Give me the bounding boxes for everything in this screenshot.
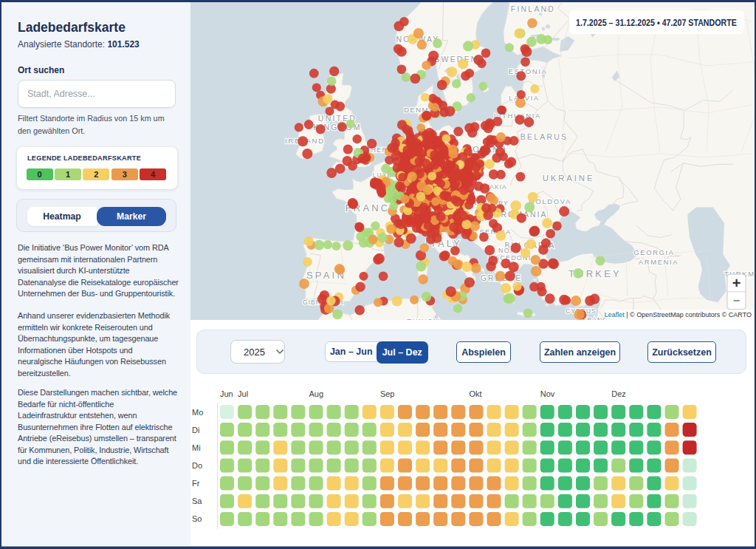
svg-text:GEORGIA: GEORGIA: [633, 248, 675, 256]
svg-text:Leaflet | © OpenStreetMap cont: Leaflet | © OpenStreetMap contributors ©…: [605, 311, 752, 318]
svg-text:UKRAINE: UKRAINE: [543, 174, 595, 183]
svg-text:Sa: Sa: [192, 497, 202, 505]
svg-text:Okt: Okt: [469, 389, 481, 398]
svg-text:SWEDEN: SWEDEN: [434, 55, 478, 64]
svg-text:Di: Di: [192, 426, 199, 434]
svg-text:1.7.2025 – 31.12.2025 • 47.207: 1.7.2025 – 31.12.2025 • 47.207 STANDORTE: [576, 17, 737, 28]
svg-text:Aug: Aug: [309, 389, 324, 398]
svg-text:ESTONIA: ESTONIA: [509, 67, 548, 75]
svg-text:Mo: Mo: [192, 408, 203, 417]
svg-text:Nov: Nov: [540, 389, 555, 398]
svg-text:FINLAND: FINLAND: [511, 4, 555, 13]
svg-text:Sep: Sep: [380, 389, 395, 398]
svg-text:Jun: Jun: [220, 389, 233, 398]
svg-text:Dez: Dez: [611, 389, 626, 398]
svg-text:Fr: Fr: [192, 479, 200, 488]
svg-text:ARMENIA: ARMENIA: [639, 258, 678, 266]
svg-text:So: So: [192, 514, 202, 523]
svg-text:Mi: Mi: [192, 443, 201, 452]
svg-text:+: +: [732, 275, 741, 291]
svg-text:BELARUS: BELARUS: [520, 132, 568, 141]
svg-text:Jul: Jul: [238, 389, 248, 398]
svg-text:Do: Do: [192, 461, 202, 470]
svg-text:−: −: [733, 294, 740, 307]
